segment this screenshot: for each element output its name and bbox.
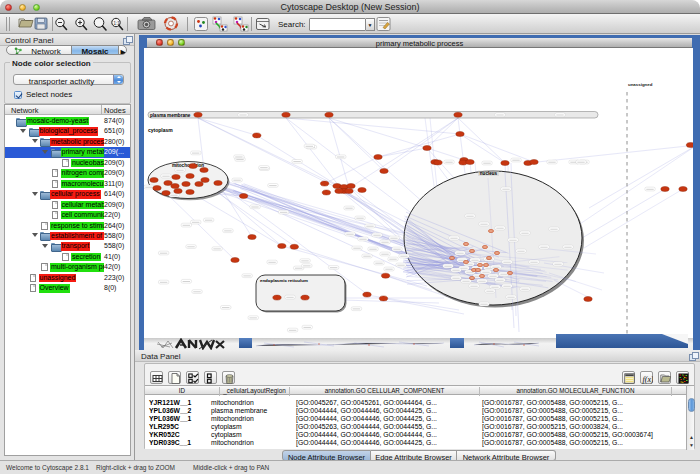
svg-text:plasma membrane: plasma membrane <box>150 113 191 118</box>
svg-text:1:1: 1:1 <box>114 21 121 26</box>
svg-text:f(x): f(x) <box>642 374 653 383</box>
svg-text:endoplasmic reticulum: endoplasmic reticulum <box>260 278 308 283</box>
svg-text:nucleus: nucleus <box>480 171 498 176</box>
svg-text:unassigned: unassigned <box>628 82 653 87</box>
svg-text:cytoplasm: cytoplasm <box>148 127 173 133</box>
svg-text:mitochondrion: mitochondrion <box>172 163 204 168</box>
